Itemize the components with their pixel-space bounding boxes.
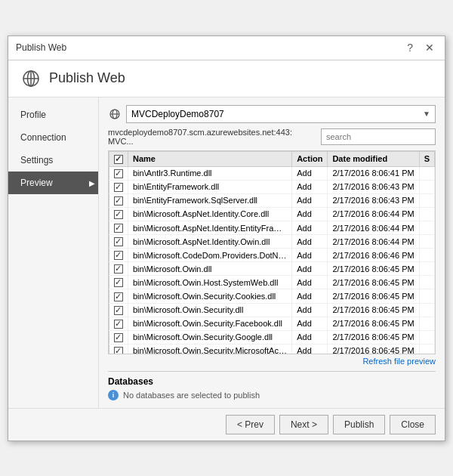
row-checkbox-cell[interactable] <box>109 317 128 330</box>
row-checkbox-cell[interactable] <box>109 303 128 317</box>
close-button[interactable]: Close <box>390 415 436 434</box>
titlebar-right: ? ✕ <box>404 42 437 53</box>
close-window-button[interactable]: ✕ <box>422 42 437 53</box>
row-checkbox-cell[interactable] <box>109 289 128 303</box>
databases-info-text: No databases are selected to publish <box>123 391 260 400</box>
row-action: Add <box>292 221 328 234</box>
row-action: Add <box>292 262 328 276</box>
row-date: 2/17/2016 8:06:45 PM <box>328 262 419 276</box>
row-name: bin\Microsoft.AspNet.Identity.Owin.dll <box>128 235 292 249</box>
col-checkbox <box>109 151 128 166</box>
row-checkbox-cell[interactable] <box>109 221 128 234</box>
row-checkbox[interactable] <box>114 278 123 287</box>
row-checkbox-cell[interactable] <box>109 235 128 249</box>
col-size: S <box>419 151 434 166</box>
row-checkbox-cell[interactable] <box>109 262 128 276</box>
row-date: 2/17/2016 8:06:46 PM <box>328 249 419 262</box>
row-size <box>419 330 434 344</box>
row-date: 2/17/2016 8:06:44 PM <box>328 207 419 221</box>
row-date: 2/17/2016 8:06:45 PM <box>328 330 419 344</box>
row-checkbox[interactable] <box>114 196 123 206</box>
help-button[interactable]: ? <box>404 42 416 53</box>
row-checkbox[interactable] <box>114 183 123 192</box>
row-size <box>419 276 434 289</box>
row-checkbox[interactable] <box>114 264 123 274</box>
row-name: bin\Microsoft.Owin.Host.SystemWeb.dll <box>128 276 292 289</box>
row-name: bin\Antlr3.Runtime.dll <box>128 166 292 180</box>
databases-section: Databases i No databases are selected to… <box>108 371 436 400</box>
row-checkbox[interactable] <box>114 306 123 315</box>
row-action: Add <box>292 330 328 344</box>
row-name: bin\Microsoft.AspNet.Identity.Core.dll <box>128 207 292 221</box>
row-checkbox[interactable] <box>114 347 123 354</box>
row-checkbox-cell[interactable] <box>109 330 128 344</box>
row-checkbox[interactable] <box>114 210 123 219</box>
row-checkbox-cell[interactable] <box>109 180 128 193</box>
row-checkbox-cell[interactable] <box>109 276 128 289</box>
row-checkbox-cell[interactable] <box>109 344 128 354</box>
row-checkbox-cell[interactable] <box>109 193 128 207</box>
titlebar-left: Publish Web <box>16 42 66 53</box>
row-size <box>419 303 434 317</box>
row-size <box>419 249 434 262</box>
row-checkbox[interactable] <box>114 169 123 178</box>
file-table: Name Action Date modified S bin\Antlr3.R… <box>109 151 435 354</box>
row-name: bin\Microsoft.Owin.dll <box>128 262 292 276</box>
row-name: bin\Microsoft.CodeDom.Providers.DotNet..… <box>128 249 292 262</box>
row-action: Add <box>292 180 328 193</box>
row-action: Add <box>292 207 328 221</box>
row-checkbox-cell[interactable] <box>109 166 128 180</box>
row-date: 2/17/2016 8:06:43 PM <box>328 180 419 193</box>
sidebar-item-preview[interactable]: Preview <box>8 172 98 194</box>
table-row: bin\EntityFramework.dll Add 2/17/2016 8:… <box>109 180 435 193</box>
file-table-body: bin\Antlr3.Runtime.dll Add 2/17/2016 8:0… <box>109 166 435 354</box>
table-row: bin\Microsoft.AspNet.Identity.EntityFram… <box>109 221 435 234</box>
table-row: bin\EntityFramework.SqlServer.dll Add 2/… <box>109 193 435 207</box>
window-header: Publish Web <box>8 60 445 97</box>
table-row: bin\Microsoft.Owin.Security.Cookies.dll … <box>109 289 435 303</box>
sidebar-item-profile[interactable]: Profile <box>8 104 98 126</box>
footer: < Prev Next > Publish Close <box>8 408 445 440</box>
row-date: 2/17/2016 8:06:43 PM <box>328 193 419 207</box>
row-name: bin\Microsoft.Owin.Security.dll <box>128 303 292 317</box>
table-row: bin\Microsoft.AspNet.Identity.Owin.dll A… <box>109 235 435 249</box>
header-checkbox[interactable] <box>114 155 123 164</box>
globe-icon <box>20 68 42 89</box>
row-action: Add <box>292 193 328 207</box>
refresh-link[interactable]: Refresh file preview <box>362 355 436 367</box>
col-date[interactable]: Date modified <box>328 151 419 166</box>
row-size <box>419 289 434 303</box>
info-icon: i <box>108 390 119 400</box>
row-checkbox[interactable] <box>114 251 123 260</box>
next-button[interactable]: Next > <box>279 415 328 434</box>
row-action: Add <box>292 289 328 303</box>
sidebar-item-settings[interactable]: Settings <box>8 149 98 172</box>
sidebar-item-connection[interactable]: Connection <box>8 126 98 149</box>
publish-button[interactable]: Publish <box>333 415 385 434</box>
row-date: 2/17/2016 8:06:45 PM <box>328 289 419 303</box>
prev-button[interactable]: < Prev <box>226 415 275 434</box>
row-checkbox[interactable] <box>114 224 123 233</box>
row-checkbox-cell[interactable] <box>109 249 128 262</box>
row-checkbox[interactable] <box>114 237 123 246</box>
row-date: 2/17/2016 8:06:45 PM <box>328 276 419 289</box>
row-size <box>419 262 434 276</box>
row-size <box>419 166 434 180</box>
row-size <box>419 235 434 249</box>
row-checkbox[interactable] <box>114 292 123 301</box>
search-input[interactable] <box>321 128 436 145</box>
row-action: Add <box>292 344 328 354</box>
table-row: bin\Microsoft.Owin.Security.dll Add 2/17… <box>109 303 435 317</box>
table-row: bin\Microsoft.Owin.dll Add 2/17/2016 8:0… <box>109 262 435 276</box>
row-size <box>419 317 434 330</box>
profile-dropdown[interactable]: MVCDeployDemo8707 ▼ <box>126 105 436 123</box>
dropdown-value: MVCDeployDemo8707 <box>131 109 224 119</box>
row-checkbox-cell[interactable] <box>109 207 128 221</box>
file-table-wrapper[interactable]: Name Action Date modified S bin\Antlr3.R… <box>108 150 436 354</box>
col-action[interactable]: Action <box>292 151 328 166</box>
row-checkbox[interactable] <box>114 320 123 329</box>
row-checkbox[interactable] <box>114 333 123 342</box>
main-content: Profile Connection Settings Preview <box>8 97 445 408</box>
col-name[interactable]: Name <box>128 151 292 166</box>
row-name: bin\Microsoft.Owin.Security.Google.dll <box>128 330 292 344</box>
